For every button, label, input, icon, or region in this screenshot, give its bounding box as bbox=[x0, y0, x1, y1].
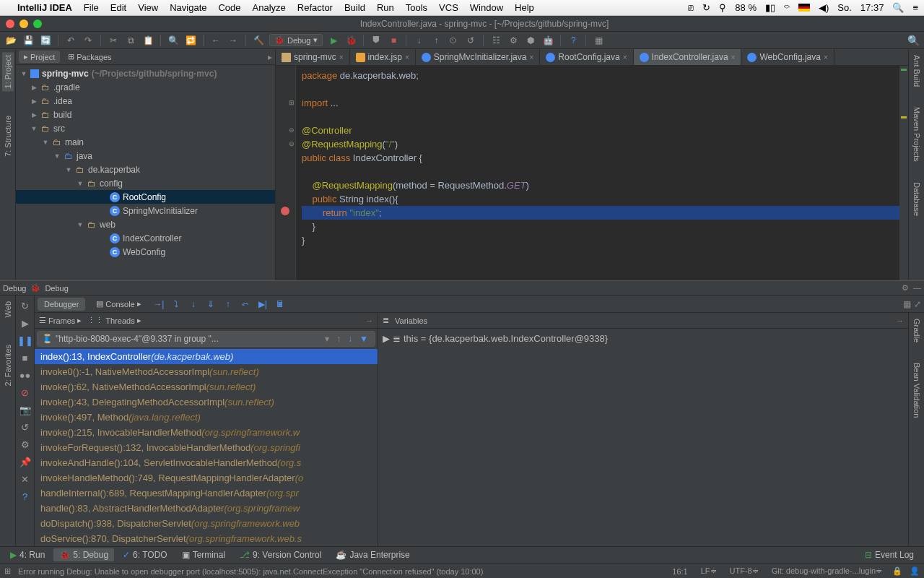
vcs-commit-icon[interactable]: ↑ bbox=[430, 34, 443, 47]
tab-rootconfig[interactable]: RootConfig.java× bbox=[540, 49, 633, 65]
menu-run[interactable]: Run bbox=[377, 2, 394, 13]
tree-item-indexctrl[interactable]: CIndexController bbox=[16, 231, 275, 245]
tool-tab-favorites[interactable]: 2: Favorites bbox=[2, 342, 14, 389]
close-tab-icon[interactable]: × bbox=[529, 53, 533, 61]
rerun-icon[interactable]: ↻ bbox=[16, 297, 34, 314]
close-tab-icon[interactable]: × bbox=[405, 53, 409, 61]
close-tab-icon[interactable]: × bbox=[731, 53, 736, 61]
frame-row[interactable]: invoke():62, NativeMethodAccessorImpl (s… bbox=[35, 379, 378, 394]
vcs-history-icon[interactable]: ⏲ bbox=[447, 34, 460, 47]
console-tab[interactable]: ▤Console▸ bbox=[90, 297, 147, 311]
bluetooth-icon[interactable]: ⚲ bbox=[719, 2, 726, 13]
stripe-marker[interactable] bbox=[901, 116, 907, 118]
find-icon[interactable]: 🔍 bbox=[167, 34, 180, 47]
tab-index-jsp[interactable]: index.jsp× bbox=[350, 49, 416, 65]
spotlight-icon[interactable]: 🔍 bbox=[892, 2, 904, 13]
menu-edit[interactable]: Edit bbox=[110, 2, 126, 13]
resume-icon[interactable]: ▶ bbox=[16, 314, 34, 332]
coverage-icon[interactable]: ⛊ bbox=[370, 34, 383, 47]
sdk-icon[interactable]: ⬢ bbox=[524, 34, 537, 47]
vcs-update-icon[interactable]: ↓ bbox=[412, 34, 425, 47]
tree-item-rootconfig[interactable]: CRootConfig bbox=[16, 190, 275, 204]
step-over-icon[interactable]: ⤵ bbox=[170, 298, 183, 311]
filter-icon[interactable]: ▼ bbox=[357, 334, 370, 344]
force-step-into-icon[interactable]: ⇓ bbox=[204, 298, 217, 311]
btab-terminal[interactable]: ▣Terminal bbox=[176, 548, 231, 561]
time-machine-icon[interactable]: ↻ bbox=[702, 2, 710, 13]
stripe-marker[interactable] bbox=[901, 69, 907, 71]
replace-icon[interactable]: 🔁 bbox=[184, 34, 197, 47]
wifi-icon[interactable]: ⌔ bbox=[784, 2, 790, 13]
file-encoding[interactable]: UTF-8≑ bbox=[727, 566, 762, 576]
thread-selector[interactable]: 🧵 "http-bio-8080-exec-4"@9.337 in group … bbox=[37, 331, 375, 347]
step-out-icon[interactable]: ↑ bbox=[222, 298, 235, 311]
menu-code[interactable]: Code bbox=[218, 2, 240, 13]
forward-icon[interactable]: → bbox=[227, 34, 240, 47]
window-minimize-button[interactable] bbox=[19, 20, 28, 28]
battery-icon[interactable]: ▮▯ bbox=[765, 2, 775, 13]
frame-row[interactable]: invoke():497, Method (java.lang.reflect) bbox=[35, 410, 378, 425]
window-close-button[interactable] bbox=[6, 20, 14, 28]
tree-root[interactable]: ▼spring-mvc (~/Projects/github/spring-mv… bbox=[16, 66, 275, 80]
menu-view[interactable]: View bbox=[138, 2, 158, 13]
project-view-tab[interactable]: ▸Project bbox=[19, 51, 60, 63]
window-zoom-button[interactable] bbox=[33, 20, 42, 28]
prev-frame-icon[interactable]: ↑ bbox=[334, 334, 343, 344]
layout-icon[interactable]: ▦ bbox=[903, 299, 911, 309]
btab-vcs[interactable]: ⎇9: Version Control bbox=[234, 548, 327, 561]
menu-analyze[interactable]: Analyze bbox=[253, 2, 286, 13]
btab-todo[interactable]: ✓6: TODO bbox=[117, 548, 173, 561]
drop-frame-icon[interactable]: ⤺ bbox=[239, 298, 252, 311]
tool-tab-bean[interactable]: Bean Validation bbox=[911, 360, 923, 420]
variable-row[interactable]: ▶ ≣ this = {de.kacperbak.web.IndexContro… bbox=[383, 331, 904, 345]
menu-help[interactable]: Help bbox=[515, 2, 534, 13]
frame-row[interactable]: doService():870, DispatcherServlet (org.… bbox=[35, 531, 378, 546]
pause-icon[interactable]: ❚❚ bbox=[16, 332, 34, 349]
settings-icon[interactable]: ⚙ bbox=[507, 34, 520, 47]
app-name[interactable]: IntelliJ IDEA bbox=[17, 2, 72, 13]
btab-eventlog[interactable]: ⊟Event Log bbox=[859, 548, 920, 561]
tree-item-pkg[interactable]: ▼🗀de.kacperbak bbox=[16, 163, 275, 176]
help-icon[interactable]: ? bbox=[567, 34, 580, 47]
threads-tab[interactable]: ⋮⋮Threads▸ bbox=[87, 316, 141, 325]
tab-indexcontroller[interactable]: IndexController.java× bbox=[634, 49, 742, 65]
tree-item-build[interactable]: ▶🗀build bbox=[16, 108, 275, 121]
fold-icon[interactable]: ⊞ bbox=[289, 96, 295, 110]
search-everywhere-icon[interactable]: 🔍 bbox=[907, 35, 920, 46]
get-thread-dump-icon[interactable]: 📷 bbox=[16, 401, 34, 418]
restore-icon[interactable]: ⤢ bbox=[914, 299, 921, 309]
btab-jee[interactable]: ☕Java Enterprise bbox=[330, 548, 415, 561]
arrow-right-icon[interactable]: → bbox=[365, 316, 373, 325]
save-all-icon[interactable]: 💾 bbox=[22, 34, 35, 47]
frame-row[interactable]: invokeForRequest():132, InvocableHandler… bbox=[35, 440, 378, 455]
close-icon[interactable]: ✕ bbox=[16, 470, 34, 488]
restore-layout-icon[interactable]: ↺ bbox=[16, 418, 34, 436]
volume-icon[interactable]: ◀) bbox=[819, 2, 829, 13]
fold-icon[interactable]: ⊖ bbox=[289, 124, 295, 137]
packages-view-tab[interactable]: ⊞Packages bbox=[63, 51, 116, 63]
notification-icon[interactable]: ≡ bbox=[912, 2, 918, 13]
run-icon[interactable]: ▶ bbox=[327, 34, 340, 47]
fold-icon[interactable]: ⊖ bbox=[289, 137, 295, 151]
stop-icon[interactable]: ■ bbox=[16, 349, 34, 366]
sync-icon[interactable]: 🔄 bbox=[39, 34, 52, 47]
redo-icon[interactable]: ↷ bbox=[82, 34, 95, 47]
git-branch[interactable]: Git: debug-with-gradle-...lugin≑ bbox=[769, 566, 885, 576]
structure-icon[interactable]: ☷ bbox=[489, 34, 502, 47]
open-icon[interactable]: 📂 bbox=[4, 34, 17, 47]
project-tree[interactable]: ▼spring-mvc (~/Projects/github/spring-mv… bbox=[16, 65, 275, 280]
frame-row[interactable]: index():13, IndexController (de.kacperba… bbox=[35, 349, 378, 364]
tree-item-webconfig[interactable]: CWebConfig bbox=[16, 245, 275, 259]
chevron-down-icon[interactable]: ▾ bbox=[323, 334, 331, 344]
tab-springinit[interactable]: SpringMvcInitializer.java× bbox=[416, 49, 541, 65]
android-icon[interactable]: 🤖 bbox=[541, 34, 554, 47]
close-tab-icon[interactable]: × bbox=[623, 53, 627, 61]
arrow-right-icon[interactable]: → bbox=[896, 316, 904, 325]
toolwindows-icon[interactable]: ⊞ bbox=[4, 566, 11, 576]
menu-build[interactable]: Build bbox=[344, 2, 365, 13]
tool-tab-gradle[interactable]: Gradle bbox=[911, 316, 923, 345]
tree-item-gradle[interactable]: ▶🗀.gradle bbox=[16, 80, 275, 94]
tree-item-springinit[interactable]: CSpringMvcInitializer bbox=[16, 204, 275, 217]
frame-row[interactable]: invoke():215, InvocableHandlerMethod (or… bbox=[35, 425, 378, 440]
menu-window[interactable]: Window bbox=[470, 2, 503, 13]
